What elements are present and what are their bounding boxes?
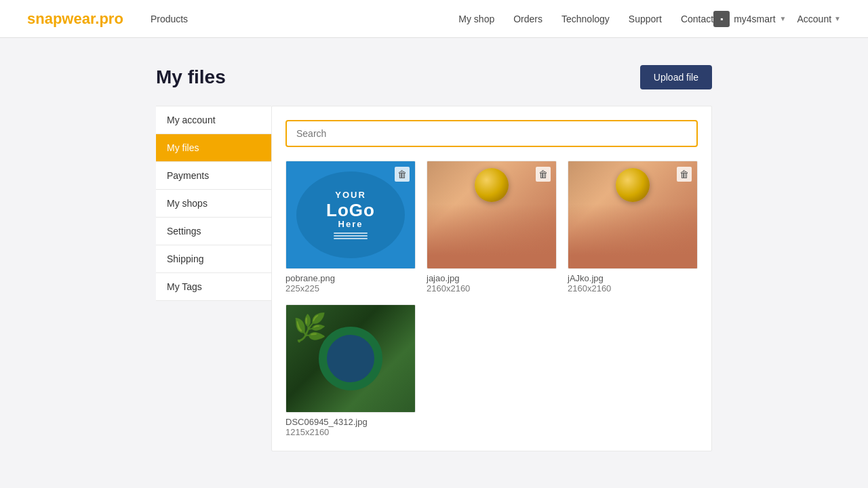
account-chevron-icon: ▼ (834, 15, 841, 22)
main-content: My account My files Payments My shops Se… (156, 106, 712, 451)
search-input[interactable] (285, 120, 698, 147)
logo-logo-text: LoGo (326, 201, 375, 220)
nav-links: Products My shop Orders Technology Suppo… (151, 14, 713, 24)
file-dims-1: 2160x2160 (427, 283, 557, 293)
account-label: Account (797, 14, 832, 24)
file-card-2: 🗑 jAJko.jpg 2160x2160 (568, 161, 698, 293)
header-row: My files Upload file (156, 65, 712, 89)
nav-right: ▪ my4smart ▼ Account ▼ (713, 11, 841, 27)
logo-here-text: Here (338, 220, 363, 229)
user-label: my4smart (734, 14, 775, 24)
files-area: YOUR LoGo Here 🗑 (271, 106, 712, 451)
sidebar-item-myfiles[interactable]: My files (156, 134, 271, 162)
logo-lines (334, 232, 368, 239)
user-chevron-icon: ▼ (780, 15, 787, 22)
logo-line-1 (334, 232, 368, 234)
logo-wear: ear (73, 10, 95, 27)
nav-support[interactable]: Support (629, 14, 662, 24)
file-thumb-0: YOUR LoGo Here 🗑 (285, 161, 416, 269)
delete-button-1[interactable]: 🗑 (536, 167, 551, 182)
nav-technology[interactable]: Technology (561, 14, 610, 24)
nav-myshop[interactable]: My shop (458, 14, 494, 24)
logo-line-2 (334, 235, 368, 237)
file-dims-3: 1215x2160 (285, 427, 416, 437)
file-thumb-3 (285, 304, 416, 413)
sidebar: My account My files Payments My shops Se… (156, 106, 271, 451)
sidebar-item-payments[interactable]: Payments (156, 162, 271, 190)
logo-w: w (62, 10, 73, 27)
delete-button-2[interactable]: 🗑 (677, 167, 692, 182)
nav-products[interactable]: Products (151, 14, 439, 24)
sidebar-item-shipping[interactable]: Shipping (156, 245, 271, 273)
file-thumb-2: 🗑 (568, 161, 698, 269)
container: My files Upload file My account My files… (142, 38, 726, 488)
logo-pro: .pro (95, 10, 123, 27)
file-thumb-1: 🗑 (427, 161, 557, 269)
sidebar-item-mytags[interactable]: My Tags (156, 273, 271, 301)
file-name-1: jajao.jpg (427, 273, 557, 283)
sidebar-item-myshops[interactable]: My shops (156, 190, 271, 218)
user-icon: ▪ (713, 11, 730, 27)
logo-line-3 (334, 238, 368, 239)
file-card-1: 🗑 jajao.jpg 2160x2160 (427, 161, 557, 293)
navbar: snapwear.pro Products My shop Orders Tec… (0, 0, 868, 38)
file-name-2: jAJko.jpg (568, 273, 698, 283)
sidebar-item-settings[interactable]: Settings (156, 218, 271, 245)
nav-contact[interactable]: Contact (681, 14, 713, 24)
wreath-img (286, 305, 415, 412)
file-name-3: DSC06945_4312.jpg (285, 417, 416, 427)
file-name-0: pobrane.png (285, 273, 416, 283)
page-title: My files (156, 66, 226, 88)
upload-file-button[interactable]: Upload file (640, 65, 712, 89)
logo-your-text: YOUR (335, 190, 366, 200)
account-dropdown[interactable]: Account ▼ (797, 14, 842, 24)
file-card-3: DSC06945_4312.jpg 1215x2160 (285, 304, 416, 437)
site-logo[interactable]: snapwear.pro (27, 10, 123, 28)
logo-snap: snap (27, 10, 62, 27)
nav-user-dropdown[interactable]: ▪ my4smart ▼ (713, 11, 786, 27)
page-wrapper: My files Upload file My account My files… (0, 38, 868, 488)
file-card-0: YOUR LoGo Here 🗑 (285, 161, 416, 293)
logo-placeholder: YOUR LoGo Here (296, 171, 405, 258)
sidebar-item-myaccount[interactable]: My account (156, 106, 271, 134)
nav-orders[interactable]: Orders (513, 14, 542, 24)
file-dims-2: 2160x2160 (568, 283, 698, 293)
file-dims-0: 225x225 (285, 283, 416, 293)
delete-button-0[interactable]: 🗑 (395, 167, 410, 182)
file-grid: YOUR LoGo Here 🗑 (285, 161, 698, 437)
